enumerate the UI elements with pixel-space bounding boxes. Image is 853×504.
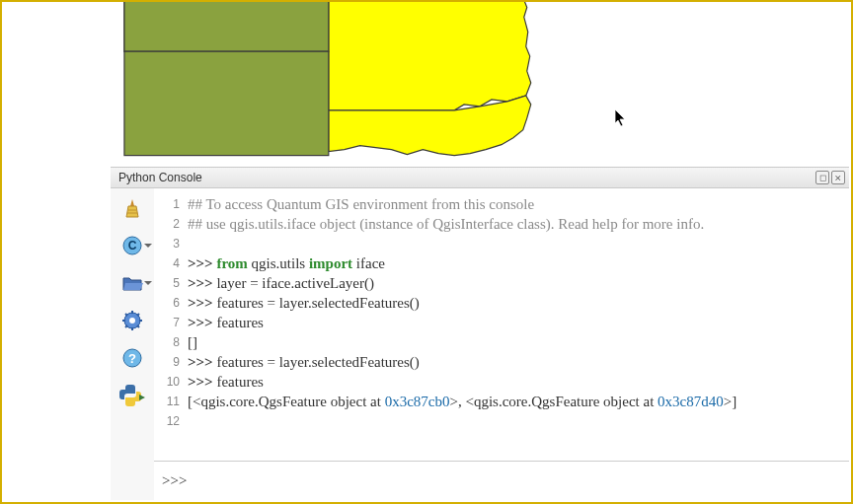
console-output-scroll[interactable]: 1## To access Quantum GIS environment fr… (154, 188, 849, 461)
console-input[interactable] (211, 472, 841, 489)
svg-text:?: ? (128, 351, 136, 366)
python-console-titlebar[interactable]: Python Console ◻ ⨯ (111, 167, 849, 188)
panel-title: Python Console (118, 171, 814, 184)
console-line: 12 (154, 411, 839, 431)
settings-button[interactable] (118, 307, 146, 334)
svg-point-4 (129, 318, 135, 324)
line-content: >>> features = layer.selectedFeatures() (188, 352, 839, 372)
svg-line-11 (125, 325, 127, 327)
line-content: >>> features (188, 313, 839, 332)
console-line: 9>>> features = layer.selectedFeatures() (154, 352, 839, 372)
console-output-area: 1## To access Quantum GIS environment fr… (154, 188, 849, 500)
console-line: 6>>> features = layer.selectedFeatures() (154, 293, 839, 313)
line-content: >>> layer = iface.activeLayer() (188, 273, 839, 293)
line-number: 6 (154, 293, 188, 313)
import-class-button[interactable]: C (118, 232, 146, 259)
python-console-body: C ? (111, 188, 849, 500)
console-line: 3 (154, 234, 839, 253)
line-number: 5 (154, 273, 188, 293)
line-number: 4 (154, 253, 188, 273)
feature-unselected-upper (124, 2, 329, 51)
console-line: 1## To access Quantum GIS environment fr… (154, 194, 839, 214)
svg-text:C: C (128, 239, 137, 252)
line-content: ## To access Quantum GIS environment fro… (188, 194, 839, 214)
line-number: 2 (154, 214, 188, 234)
broom-icon (121, 197, 143, 219)
line-content: >>> features = layer.selectedFeatures() (188, 293, 839, 313)
line-content (188, 234, 839, 253)
console-input-row[interactable]: >>> (154, 461, 849, 500)
console-line: 10>>> features (154, 372, 839, 392)
folder-open-icon (121, 272, 143, 294)
feature-unselected-lower (124, 51, 329, 155)
console-toolbar: C ? (111, 188, 154, 500)
console-input-prompt: >>> (162, 472, 211, 489)
undock-button[interactable]: ◻ (815, 171, 829, 184)
open-script-button[interactable] (118, 269, 146, 297)
c-badge-icon: C (121, 235, 143, 256)
map-canvas[interactable] (111, 2, 851, 167)
line-number: 11 (154, 392, 188, 411)
line-content: [] (188, 332, 839, 352)
map-svg (111, 2, 851, 167)
help-button[interactable]: ? (118, 344, 146, 372)
console-line: 5>>> layer = iface.activeLayer() (154, 273, 839, 293)
line-content (188, 411, 839, 431)
line-content: >>> from qgis.utils import iface (188, 253, 839, 273)
svg-line-12 (137, 314, 139, 316)
console-line: 4>>> from qgis.utils import iface (154, 253, 839, 273)
clear-console-button[interactable] (118, 194, 146, 222)
svg-line-9 (125, 314, 127, 316)
line-number: 10 (154, 372, 188, 392)
console-line: 8[] (154, 332, 839, 352)
python-icon (119, 385, 145, 406)
close-button[interactable]: ⨯ (831, 171, 845, 184)
left-empty-panel (2, 2, 111, 502)
line-number: 9 (154, 352, 188, 372)
line-number: 8 (154, 332, 188, 352)
console-line: 2## use qgis.utils.iface object (instanc… (154, 214, 839, 234)
line-content: >>> features (188, 372, 839, 392)
show-editor-button[interactable] (118, 382, 146, 409)
svg-line-10 (137, 325, 139, 327)
console-line: 11[<qgis.core.QgsFeature object at 0x3c8… (154, 392, 839, 411)
line-number: 12 (154, 411, 188, 431)
line-content: [<qgis.core.QgsFeature object at 0x3c87c… (188, 392, 839, 411)
gear-icon (121, 310, 143, 331)
help-icon: ? (121, 347, 143, 369)
line-number: 3 (154, 234, 188, 253)
line-number: 1 (154, 194, 188, 214)
line-content: ## use qgis.utils.iface object (instance… (188, 214, 839, 234)
line-number: 7 (154, 313, 188, 332)
console-line: 7>>> features (154, 313, 839, 332)
